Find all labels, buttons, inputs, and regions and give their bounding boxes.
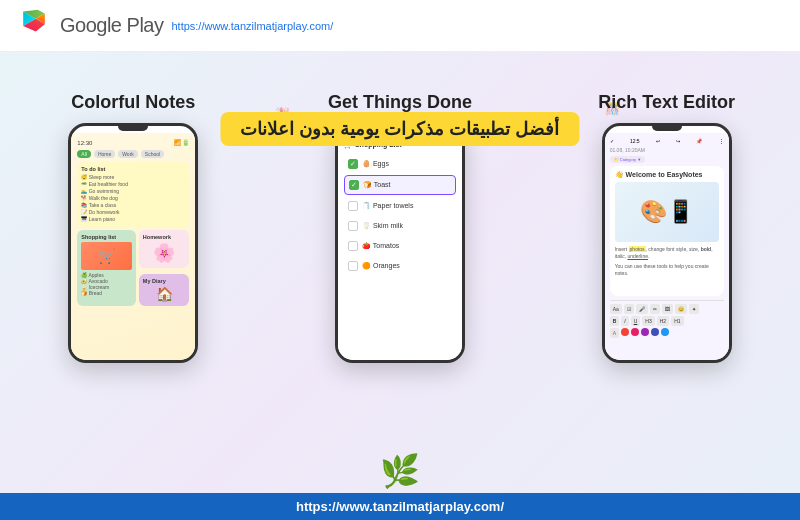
- header-url: https://www.tanzilmatjarplay.com/: [171, 20, 333, 32]
- get-things-done-screen: 🛒 Shopping List ✓ 🥚 Eggs ✓ 🍞 Toast: [338, 133, 462, 363]
- header: Google Play https://www.tanzilmatjarplay…: [0, 0, 800, 52]
- kb-emoji[interactable]: 😊: [675, 304, 687, 314]
- google-play-label: Google Play: [60, 14, 163, 37]
- color-dot-5[interactable]: [661, 328, 669, 336]
- phone-notch-left: [118, 126, 148, 131]
- note-item-5: 📚 Take a class: [81, 202, 185, 208]
- phone-notch-right: [652, 126, 682, 131]
- note-item-2: 🥗 Eat healthier food: [81, 181, 185, 187]
- colorful-notes-title: Colorful Notes: [71, 92, 195, 113]
- rt-redo-icon[interactable]: ↪: [676, 138, 680, 144]
- color-dot-3[interactable]: [641, 328, 649, 336]
- kb-underline[interactable]: U: [631, 316, 641, 326]
- check-item-toast: ✓ 🍞 Toast: [344, 175, 456, 195]
- rt-content-area: 👋 Welcome to EasyNotes 🎨📱 Insert photos,…: [610, 166, 724, 296]
- kb-image[interactable]: 🖼: [662, 304, 673, 314]
- note-homework-title: Homework: [143, 234, 186, 240]
- checkbox-skim-milk[interactable]: [348, 221, 358, 231]
- rt-category-row: 📁 Category ▼: [610, 156, 724, 163]
- checkbox-toast[interactable]: ✓: [349, 180, 359, 190]
- color-dot-1[interactable]: [621, 328, 629, 336]
- get-things-done-title: Get Things Done: [328, 92, 472, 113]
- checkbox-oranges[interactable]: [348, 261, 358, 271]
- colorful-notes-phone: 12:30 📶 🔋 All Home Work School To do lis…: [68, 123, 198, 363]
- rt-time: 12:5: [630, 138, 640, 144]
- color-dot-2[interactable]: [631, 328, 639, 336]
- rt-illustration: 🎨📱: [615, 182, 719, 242]
- note-item-4: 🐕 Walk the dog: [81, 195, 185, 201]
- check-item-paper-towels: 🧻 Paper towels: [344, 197, 456, 215]
- rich-text-editor-title: Rich Text Editor: [598, 92, 735, 113]
- rt-kb-row-3: A: [610, 328, 724, 338]
- colorful-notes-screen: 12:30 📶 🔋 All Home Work School To do lis…: [71, 133, 195, 363]
- rt-category-badge[interactable]: 📁 Category ▼: [610, 156, 645, 163]
- item-label-tomatos: 🍅 Tomatos: [362, 242, 399, 250]
- tab-home[interactable]: Home: [94, 150, 115, 158]
- arabic-banner: أفضل تطبيقات مذكرات يومية بدون اعلانات: [220, 112, 579, 146]
- check-item-oranges: 🟠 Oranges: [344, 257, 456, 275]
- kb-aa[interactable]: Aa: [610, 304, 622, 314]
- kb-h2[interactable]: H2: [657, 316, 669, 326]
- bottom-url: https://www.tanzilmatjarplay.com/: [0, 493, 800, 520]
- kb-h1[interactable]: H1: [671, 316, 683, 326]
- content-area: أفضل تطبيقات مذكرات يومية بدون اعلانات 🎉…: [0, 52, 800, 520]
- note-item-1: 😴 Sleep more: [81, 174, 185, 180]
- rt-body-text-2: You can use these tools to help you crea…: [615, 263, 719, 277]
- item-label-oranges: 🟠 Oranges: [362, 262, 400, 270]
- google-play-logo: Google Play: [16, 8, 163, 44]
- rt-pin-icon[interactable]: 📌: [696, 138, 702, 144]
- note-item-7: 🎹 Learn piano: [81, 216, 185, 222]
- tab-work[interactable]: Work: [118, 150, 138, 158]
- main-container: Google Play https://www.tanzilmatjarplay…: [0, 0, 800, 520]
- check-item-eggs: ✓ 🥚 Eggs: [344, 155, 456, 173]
- kb-pen[interactable]: ✏: [650, 304, 660, 314]
- item-label-skim-milk: 🥛 Skim milk: [362, 222, 403, 230]
- tab-all[interactable]: All: [77, 150, 91, 158]
- rt-note-title: 👋 Welcome to EasyNotes: [615, 171, 719, 179]
- rich-text-editor-screen: ✓ 12:5 ↩ ↪ 📌 ⋮ 01.08, 10:20AM 📁 Category…: [605, 133, 729, 363]
- check-item-skim-milk: 🥛 Skim milk: [344, 217, 456, 235]
- color-dot-4[interactable]: [651, 328, 659, 336]
- note-card-todo: To do list 😴 Sleep more 🥗 Eat healthier …: [77, 162, 189, 227]
- note-card-homework: Homework 🌸: [139, 230, 190, 268]
- phone-time-left: 12:30: [77, 140, 92, 146]
- note-diary-title: My Diary: [143, 278, 186, 284]
- note-card-shopping: Shopping list 🛒 🍏 Apples 🥑 Avocado 🍦 Ice…: [77, 230, 136, 306]
- note-item-6: 📝 Do homework: [81, 209, 185, 215]
- rich-text-editor-phone: ✓ 12:5 ↩ ↪ 📌 ⋮ 01.08, 10:20AM 📁 Category…: [602, 123, 732, 363]
- checkbox-paper-towels[interactable]: [348, 201, 358, 211]
- note-card-diary: My Diary 🏠: [139, 274, 190, 306]
- kb-checkbox[interactable]: ☑: [624, 304, 634, 314]
- rt-kb-row-1: Aa ☑ 🎤 ✏ 🖼 😊 ✦: [610, 304, 724, 314]
- phone-icons-left: 📶 🔋: [174, 139, 190, 146]
- kb-star[interactable]: ✦: [689, 304, 699, 314]
- checkbox-tomatos[interactable]: [348, 241, 358, 251]
- note-item-3: 🏊 Go swimming: [81, 188, 185, 194]
- check-item-tomatos: 🍅 Tomatos: [344, 237, 456, 255]
- item-label-toast: 🍞 Toast: [363, 181, 391, 189]
- kb-color-a[interactable]: A: [610, 328, 619, 338]
- note-todo-title: To do list: [81, 166, 185, 172]
- rt-back-icon[interactable]: ✓: [610, 138, 614, 144]
- notes-tabs: All Home Work School: [77, 150, 189, 158]
- rt-body-text: Insert photos, change font style, size, …: [615, 246, 719, 260]
- kb-italic[interactable]: I: [621, 316, 628, 326]
- rt-more-icon[interactable]: ⋮: [719, 138, 724, 144]
- item-label-eggs: 🥚 Eggs: [362, 160, 389, 168]
- rt-date: 01.08, 10:20AM: [610, 147, 724, 153]
- kb-h3[interactable]: H3: [642, 316, 654, 326]
- kb-bold[interactable]: B: [610, 316, 620, 326]
- rt-kb-row-2: B I U H3 H2 H1: [610, 316, 724, 326]
- decorative-plant: 🌿: [380, 452, 420, 490]
- checkbox-eggs[interactable]: ✓: [348, 159, 358, 169]
- rt-undo-icon[interactable]: ↩: [656, 138, 660, 144]
- kb-mic[interactable]: 🎤: [636, 304, 648, 314]
- tab-school[interactable]: School: [141, 150, 164, 158]
- phone-topbar-left: 12:30 📶 🔋: [77, 139, 189, 146]
- item-label-paper-towels: 🧻 Paper towels: [362, 202, 413, 210]
- google-play-icon: [16, 8, 52, 44]
- rt-keyboard: Aa ☑ 🎤 ✏ 🖼 😊 ✦ B I U H3: [610, 300, 724, 338]
- note-shopping-title: Shopping list: [81, 234, 132, 240]
- get-things-done-phone: 🛒 Shopping List ✓ 🥚 Eggs ✓ 🍞 Toast: [335, 123, 465, 363]
- rt-topbar: ✓ 12:5 ↩ ↪ 📌 ⋮: [610, 138, 724, 144]
